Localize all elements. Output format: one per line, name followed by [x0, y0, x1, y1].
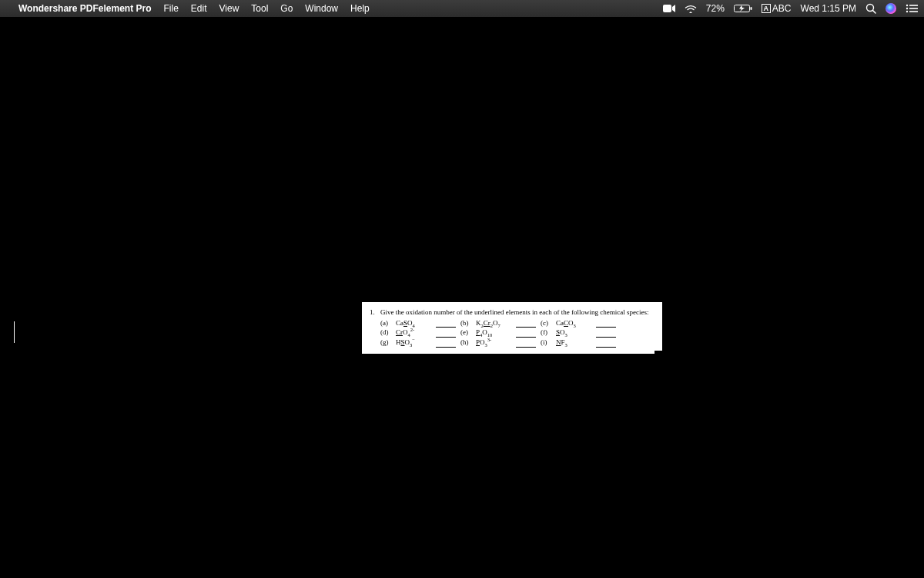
- question-number: 1.: [370, 308, 380, 318]
- svg-point-9: [906, 11, 908, 12]
- svg-point-5: [906, 5, 908, 6]
- answer-blank: [436, 341, 456, 348]
- question-prompt: Give the oxidation number of the underli…: [380, 308, 654, 318]
- svg-rect-2: [750, 7, 752, 10]
- species-formula: NF3: [556, 338, 591, 348]
- menubar-right: 72% A ABC Wed 1:15 PM: [663, 3, 918, 14]
- app-name-menu[interactable]: Wondershare PDFelement Pro: [18, 3, 152, 14]
- video-icon[interactable]: [663, 4, 675, 13]
- svg-rect-6: [909, 5, 918, 6]
- menubar-left: Wondershare PDFelement Pro File Edit Vie…: [6, 3, 370, 14]
- input-source-label: ABC: [772, 3, 792, 14]
- siri-icon[interactable]: [886, 3, 896, 14]
- answer-blank: [516, 341, 536, 348]
- menu-view[interactable]: View: [219, 3, 239, 14]
- text-cursor: [14, 321, 15, 343]
- svg-point-7: [906, 8, 908, 9]
- species-label: (h): [460, 338, 471, 348]
- species-label: (c): [541, 319, 551, 328]
- svg-rect-0: [663, 5, 671, 12]
- clock: Wed 1:15 PM: [801, 3, 856, 14]
- menu-window[interactable]: Window: [305, 3, 338, 14]
- species-formula: K2Cr2O7: [476, 319, 511, 328]
- answer-blank: [516, 321, 536, 328]
- answer-blank: [596, 341, 616, 348]
- species-label: (f): [541, 328, 551, 338]
- species-label: (g): [380, 338, 391, 348]
- species-formula: CaCO3: [556, 319, 591, 328]
- menu-help[interactable]: Help: [350, 3, 370, 14]
- svg-rect-8: [909, 8, 918, 9]
- species-label: (a): [380, 319, 391, 328]
- svg-rect-10: [909, 11, 918, 12]
- answer-blank: [516, 331, 536, 338]
- menu-tool[interactable]: Tool: [251, 3, 268, 14]
- species-label: (d): [380, 328, 391, 338]
- battery-icon[interactable]: [734, 4, 752, 13]
- pdf-page-fragment: 1. Give the oxidation number of the unde…: [362, 302, 662, 354]
- species-label: (i): [541, 338, 551, 348]
- menu-go[interactable]: Go: [280, 3, 293, 14]
- species-formula: P4O10: [476, 328, 511, 338]
- answer-blank: [596, 321, 616, 328]
- input-source-indicator[interactable]: A ABC: [762, 3, 792, 14]
- species-label: (b): [460, 319, 471, 328]
- species-formula: HSO3−: [396, 338, 431, 348]
- fragment-corner-artifact: [654, 351, 667, 357]
- species-grid: (a)CaSO4(b)K2Cr2O7(c)CaCO3(d)CrO42-(e)P4…: [370, 319, 654, 348]
- answer-blank: [436, 321, 456, 328]
- species-label: (e): [460, 328, 471, 338]
- wifi-icon[interactable]: [685, 4, 697, 13]
- menu-edit[interactable]: Edit: [191, 3, 207, 14]
- answer-blank: [436, 331, 456, 338]
- spotlight-icon[interactable]: [865, 3, 876, 14]
- battery-percent: 72%: [706, 3, 725, 14]
- species-formula: SO3: [556, 328, 591, 338]
- control-center-icon[interactable]: [906, 4, 918, 13]
- desktop-area: 1. Give the oxidation number of the unde…: [0, 17, 924, 578]
- answer-blank: [596, 331, 616, 338]
- menu-file[interactable]: File: [164, 3, 179, 14]
- species-formula: PO33-: [476, 338, 511, 348]
- svg-line-4: [873, 11, 876, 14]
- question-row: 1. Give the oxidation number of the unde…: [370, 308, 654, 318]
- macos-menubar: Wondershare PDFelement Pro File Edit Vie…: [0, 0, 924, 17]
